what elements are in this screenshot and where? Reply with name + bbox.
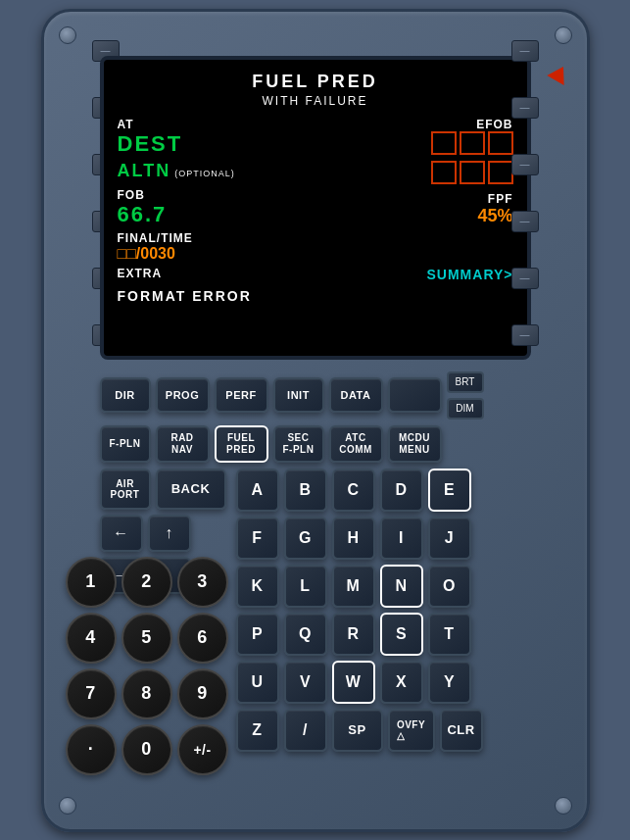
efob-boxes [431,131,513,155]
letter-keypad: A B C D E F G H I J K L M N [236,469,483,752]
key-3[interactable]: 3 [177,557,228,608]
key-m[interactable]: M [332,565,375,608]
fuel-pred-button[interactable]: FUEL PRED [215,425,268,463]
screw-tl [59,26,76,44]
left-arrow-button[interactable]: ← [100,515,143,552]
extra-row: EXTRA SUMMARY> [118,267,513,282]
key-q[interactable]: Q [284,613,327,656]
key-s[interactable]: S [380,613,423,656]
key-9[interactable]: 9 [177,668,228,719]
key-r[interactable]: R [332,613,375,656]
dest-value: DEST [118,131,183,157]
key-w[interactable]: W [332,661,375,704]
altn-label-container: ALTN (OPTIONAL) [118,161,235,181]
key-1[interactable]: 1 [66,557,117,608]
efob-box-3 [488,131,513,155]
letter-row-4: P Q R S T [236,613,483,656]
rsk-2-button[interactable] [511,97,539,119]
screen-title: FUEL PRED [118,72,513,92]
atc-comm-button[interactable]: ATC COMM [329,425,383,463]
key-y[interactable]: Y [428,661,471,704]
screen-wrapper: FUEL PRED WITH FAILURE AT DEST EFOB [100,26,531,360]
key-b[interactable]: B [284,469,327,512]
key-6[interactable]: 6 [177,613,228,664]
back-button[interactable]: BACK [156,469,226,510]
arrow-rows: ← ↑ [100,515,226,552]
fpln-button[interactable]: F-PLN [100,425,151,463]
fpf-label: FPF [488,192,513,206]
key-h[interactable]: H [332,517,375,560]
key-j[interactable]: J [428,517,471,560]
key-7[interactable]: 7 [66,668,117,719]
key-slash[interactable]: / [284,709,327,752]
up-arrow-button[interactable]: ↑ [148,515,191,552]
at-label: AT [118,118,183,131]
key-v[interactable]: V [284,661,327,704]
func-row-2: F-PLN RAD NAV FUEL PRED SEC F-PLN ATC CO… [100,425,531,463]
letter-row-2: F G H I J [236,517,483,560]
key-clr[interactable]: CLR [440,709,483,752]
key-f[interactable]: F [236,517,279,560]
num-row-1: 1 2 3 [66,557,228,608]
key-n[interactable]: N [380,565,423,608]
key-sp[interactable]: SP [332,709,383,752]
rsk-1-button[interactable] [511,40,539,62]
keypad-area: DIR PROG PERF INIT DATA BRT DIM F-PLN RA… [100,371,531,752]
func-blank-button[interactable] [388,377,442,413]
altn-optional: (OPTIONAL) [174,169,235,178]
key-l[interactable]: L [284,565,327,608]
data-button[interactable]: DATA [329,377,383,413]
key-e[interactable]: E [428,469,471,512]
dim-button[interactable]: DIM [447,398,484,420]
altn-efob-box-1 [431,161,457,184]
prog-button[interactable]: PROG [156,377,210,413]
rsk-5-button[interactable] [511,268,539,289]
key-5[interactable]: 5 [121,613,172,664]
key-4[interactable]: 4 [66,613,117,664]
dir-button[interactable]: DIR [100,377,151,413]
screw-bl [59,797,76,815]
numpad: 1 2 3 4 5 6 7 8 9 · 0 +/- [66,557,228,775]
key-0[interactable]: 0 [121,724,172,775]
rad-nav-button[interactable]: RAD NAV [156,425,210,463]
key-a[interactable]: A [236,469,279,512]
letter-row-1: A B C D E [236,469,483,512]
format-error: FORMAT ERROR [118,288,513,304]
screw-br [555,797,572,815]
key-p[interactable]: P [236,613,279,656]
key-plusminus[interactable]: +/- [177,724,228,775]
perf-button[interactable]: PERF [215,377,268,413]
efob-box-1 [431,131,457,155]
key-d[interactable]: D [380,469,423,512]
fms-device: FUEL PRED WITH FAILURE AT DEST EFOB [41,9,590,832]
brt-button[interactable]: BRT [447,371,484,393]
key-ovfy[interactable]: OVFY△ [388,709,435,752]
rsk-4-button[interactable] [511,211,539,232]
key-dot[interactable]: · [66,724,117,775]
screw-tr [555,26,572,44]
key-u[interactable]: U [236,661,279,704]
mcdu-menu-button[interactable]: MCDU MENU [388,425,442,463]
rsk-3-button[interactable] [511,154,539,175]
num-row-2: 4 5 6 [66,613,228,664]
altn-value: ALTN [118,161,171,181]
letter-row-6: Z / SP OVFY△ CLR [236,709,483,752]
key-c[interactable]: C [332,469,375,512]
num-row-4: · 0 +/- [66,724,228,775]
key-2[interactable]: 2 [121,557,172,608]
rsk-6-button[interactable] [511,324,539,346]
right-side-buttons [511,26,539,360]
key-g[interactable]: G [284,517,327,560]
altn-row: ALTN (OPTIONAL) [118,161,513,184]
key-o[interactable]: O [428,565,471,608]
sec-fpln-button[interactable]: SEC F-PLN [273,425,324,463]
airport-button[interactable]: AIR PORT [100,469,151,510]
init-button[interactable]: INIT [273,377,324,413]
key-i[interactable]: I [380,517,423,560]
key-k[interactable]: K [236,565,279,608]
key-x[interactable]: X [380,661,423,704]
key-z[interactable]: Z [236,709,279,752]
fpf-value: 45% [477,206,512,226]
key-t[interactable]: T [428,613,471,656]
key-8[interactable]: 8 [121,668,172,719]
